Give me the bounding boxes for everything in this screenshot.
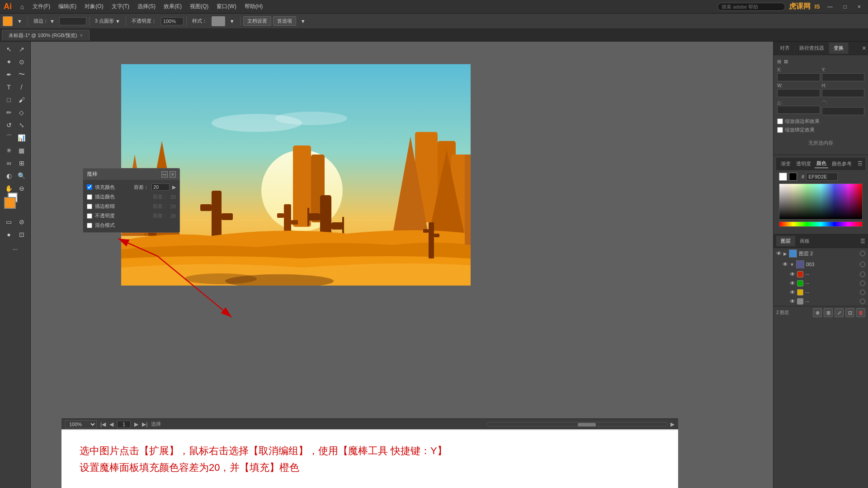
paintbrush-tool[interactable]: 🖌 <box>16 94 28 106</box>
document-tab[interactable]: 未标题-1* @ 100% (RGB/预览) × <box>2 30 90 41</box>
curvature-tool[interactable]: 〜 <box>16 69 28 80</box>
fill-color-checkbox[interactable] <box>87 184 92 190</box>
tolerance-arrow[interactable]: ▶ <box>172 184 176 190</box>
tab-color[interactable]: 颜色 <box>815 159 828 168</box>
tab-transform[interactable]: 变换 <box>829 42 849 54</box>
gradient-tool[interactable]: ◐ <box>3 170 15 182</box>
rotate-input[interactable] <box>777 106 820 114</box>
opacity-checkbox[interactable] <box>87 213 92 219</box>
hue-bar[interactable] <box>779 221 863 227</box>
delete-layer-btn[interactable]: 🗑 <box>856 308 865 317</box>
make-clipping-btn[interactable]: ⊕ <box>813 308 822 317</box>
rectangle-tool[interactable]: □ <box>3 94 15 106</box>
layer-item-003[interactable]: 👁 ▼ 003 <box>774 259 868 270</box>
gray-visibility[interactable]: 👁 <box>790 298 795 305</box>
brush-selector[interactable]: 描边： ▼ <box>31 17 57 25</box>
menu-object[interactable]: 对象(O) <box>81 2 107 11</box>
lasso-tool[interactable]: ⊙ <box>16 56 28 68</box>
stroke-width-checkbox[interactable] <box>87 204 92 209</box>
h-scroll-track[interactable] <box>487 422 668 427</box>
foreground-color[interactable] <box>4 197 16 209</box>
zoom-tool[interactable]: 🔍 <box>16 170 28 182</box>
line-tool[interactable]: / <box>16 81 28 93</box>
opacity-input[interactable] <box>161 17 184 25</box>
x-input[interactable] <box>777 73 820 81</box>
zoom-select[interactable]: 100% 50% 200% <box>65 420 97 428</box>
menu-effect[interactable]: 效果(E) <box>160 2 185 11</box>
brush-type-selector[interactable]: 3 点圆形 ▼ <box>92 17 123 25</box>
tab-color-reference[interactable]: 颜色参考 <box>830 160 854 168</box>
tolerance-input[interactable] <box>151 183 170 191</box>
expand-btn[interactable]: ⤢ <box>835 308 844 317</box>
layer-item-green[interactable]: 👁 ··· <box>774 279 868 288</box>
menu-file[interactable]: 文件(F) <box>29 2 54 11</box>
white-swatch[interactable] <box>779 173 787 181</box>
tab-pathfinder[interactable]: 路径查找器 <box>795 42 829 54</box>
more-tools-btn[interactable]: ··· <box>9 243 21 255</box>
artboard-tool[interactable]: ⊡ <box>16 229 28 240</box>
black-swatch[interactable] <box>789 173 797 181</box>
blend-tool[interactable]: ∞ <box>3 157 15 169</box>
item003-visibility[interactable]: 👁 <box>783 261 788 267</box>
layer2-expand[interactable]: ▶ <box>783 251 787 256</box>
shear-input[interactable] <box>822 107 865 115</box>
nav-last-btn[interactable]: ▶| <box>142 421 147 427</box>
search-input[interactable] <box>717 3 785 11</box>
menu-select[interactable]: 选择(S) <box>134 2 159 11</box>
tab-layers[interactable]: 图层 <box>776 236 795 246</box>
menu-text[interactable]: 文字(T) <box>108 2 133 11</box>
menu-view[interactable]: 视图(Q) <box>186 2 212 11</box>
pencil-tool[interactable]: ✏ <box>3 107 15 118</box>
panel-minimize-btn[interactable]: — <box>161 171 168 178</box>
tab-align[interactable]: 对齐 <box>775 42 795 54</box>
tab-artboards[interactable]: 画板 <box>795 236 814 246</box>
direct-selection-tool[interactable]: ↗ <box>16 43 28 55</box>
menu-window[interactable]: 窗口(W) <box>213 2 240 11</box>
symbol-tool[interactable]: ✳ <box>3 145 15 156</box>
none-mode-btn[interactable]: ⊘ <box>16 216 28 228</box>
home-icon[interactable]: ⌂ <box>16 1 28 13</box>
stroke-selector[interactable]: ▼ <box>14 18 25 25</box>
w-input[interactable] <box>777 89 820 97</box>
preferences-arrow[interactable]: ▼ <box>298 18 308 25</box>
page-input[interactable] <box>117 421 131 428</box>
stroke-mode-btn[interactable]: ▭ <box>3 216 15 228</box>
layer-item-red[interactable]: 👁 ··· <box>774 270 868 279</box>
nav-prev-btn[interactable]: ◀ <box>109 421 113 427</box>
panel-close-btn[interactable]: × <box>170 171 176 178</box>
right-panel-close[interactable]: × <box>862 44 866 52</box>
image-trace[interactable]: ⊞ <box>16 157 28 169</box>
scale-tool[interactable]: ⤡ <box>16 119 28 131</box>
tab-close-btn[interactable]: × <box>80 33 83 38</box>
doc-settings-btn[interactable]: 文档设置 <box>243 16 271 26</box>
layer-item-gray[interactable]: 👁 ··· <box>774 297 868 306</box>
layer-item-layer2[interactable]: 👁 ▶ 图层 2 <box>774 248 868 259</box>
column-graph-tool[interactable]: ▦ <box>16 145 28 156</box>
tab-gradient[interactable]: 渐变 <box>779 160 793 168</box>
style-arrow[interactable]: ▼ <box>227 18 237 25</box>
h-input[interactable] <box>822 89 865 97</box>
window-control-close[interactable]: × <box>854 3 864 11</box>
selection-tool[interactable]: ↖ <box>3 43 15 55</box>
layers-menu-btn[interactable]: ☰ <box>860 238 865 244</box>
color-panel-menu[interactable]: ☰ <box>858 160 863 167</box>
h-scroll-thumb[interactable] <box>578 423 596 427</box>
item003-expand[interactable]: ▼ <box>790 262 794 267</box>
menu-edit[interactable]: 编辑(E) <box>55 2 80 11</box>
red-visibility[interactable]: 👁 <box>790 271 795 277</box>
copy-layer-btn[interactable]: ⊡ <box>845 308 854 317</box>
window-control-minimize[interactable]: — <box>824 3 836 11</box>
scale-strokes-checkbox[interactable] <box>777 118 783 124</box>
y-input[interactable] <box>822 73 865 81</box>
transform-expand-icon[interactable]: ⊠ <box>784 59 788 65</box>
green-visibility[interactable]: 👁 <box>790 280 795 286</box>
style-swatch[interactable] <box>212 16 225 26</box>
layer2-visibility[interactable]: 👁 <box>776 250 782 257</box>
stroke-width-input[interactable] <box>59 17 86 25</box>
warp-tool[interactable]: ⌒ <box>3 132 15 144</box>
nav-first-btn[interactable]: |◀ <box>100 421 106 427</box>
yellow-visibility[interactable]: 👁 <box>790 289 795 296</box>
create-layer-btn[interactable]: ⊞ <box>824 308 833 317</box>
blend-mode-checkbox[interactable] <box>87 223 92 228</box>
menu-help[interactable]: 帮助(H) <box>241 2 267 11</box>
